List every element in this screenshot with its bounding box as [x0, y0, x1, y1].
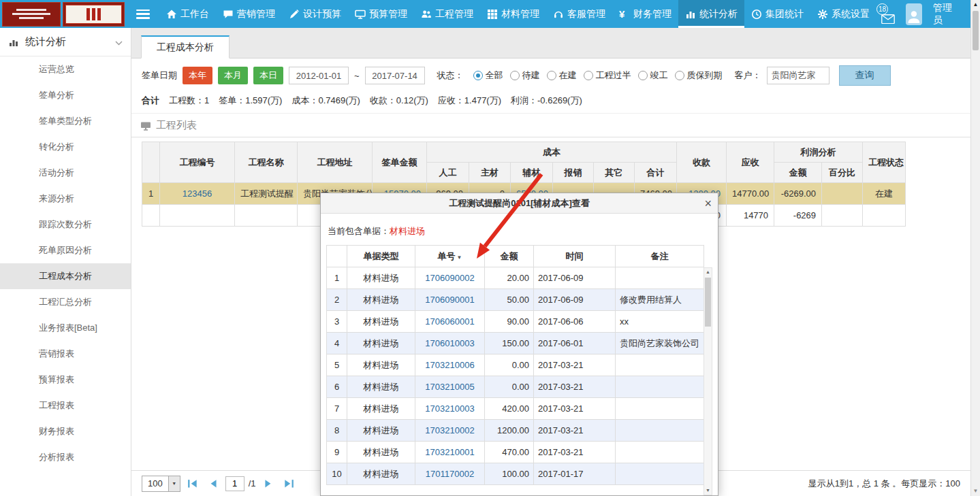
doc-number-link[interactable]: 1706090001	[425, 295, 474, 305]
col-project-code[interactable]: 工程编号	[160, 142, 235, 183]
doc-number-link[interactable]: 1706060001	[425, 316, 474, 327]
status-option-completed[interactable]: 竣工	[638, 69, 668, 82]
close-icon[interactable]: ×	[704, 193, 712, 214]
first-page-button[interactable]	[187, 479, 198, 489]
scrollbar-thumb[interactable]	[973, 11, 979, 50]
prev-page-button[interactable]	[208, 479, 219, 489]
modal-scrollbar[interactable]: ▲ ▼	[704, 267, 712, 495]
status-option-warranty-due[interactable]: 质保到期	[675, 69, 723, 82]
sidebar-item-signing-analysis[interactable]: 签单分析	[0, 82, 131, 108]
col-sign-amount[interactable]: 签单金额	[373, 142, 427, 183]
next-page-button[interactable]	[263, 479, 274, 489]
project-code-link[interactable]: 123456	[183, 188, 212, 199]
user-avatar[interactable]	[906, 3, 922, 25]
this-year-button[interactable]: 本年	[183, 67, 212, 84]
doc-number-link[interactable]: 1706010003	[425, 338, 474, 348]
doc-number-link[interactable]: 1703210006	[425, 360, 474, 370]
doc-row[interactable]: 9 材料进场 1703210001 470.00 2017-03-21	[327, 442, 704, 463]
doc-number-link[interactable]: 1703210001	[425, 447, 474, 457]
user-name[interactable]: 管理员	[933, 2, 954, 27]
sidebar-item-project-summary-analysis[interactable]: 工程汇总分析	[0, 289, 131, 315]
scroll-up-icon[interactable]: ▲	[704, 268, 712, 276]
notifications-button[interactable]: 18	[876, 3, 895, 25]
radio-icon[interactable]	[584, 71, 593, 80]
status-option-in-progress[interactable]: 在建	[547, 69, 577, 82]
nav-item-group-statistics[interactable]: 集团统计	[744, 0, 810, 28]
doc-row[interactable]: 1 材料进场 1706090002 20.00 2017-06-09	[327, 267, 704, 289]
nav-item-material-mgmt[interactable]: 材料管理	[480, 0, 546, 28]
sidebar-item-project-report[interactable]: 工程报表	[0, 393, 131, 418]
doc-number-link[interactable]: 1706090002	[425, 273, 474, 283]
doc-number-link[interactable]: 1703210005	[425, 382, 474, 392]
col-doc-note[interactable]: 备注	[616, 246, 704, 267]
col-receivable[interactable]: 应收	[727, 142, 774, 183]
sidebar-item-dead-lead-analysis[interactable]: 死单原因分析	[0, 237, 131, 263]
date-to-input[interactable]	[365, 67, 425, 84]
nav-item-marketing[interactable]: 营销管理	[216, 0, 282, 28]
doc-row[interactable]: 10 材料进场 1701170002 100.00 2017-01-17	[327, 463, 704, 485]
col-project-address[interactable]: 工程地址	[298, 142, 373, 183]
status-option-all[interactable]: 全部	[473, 69, 503, 82]
doc-row[interactable]: 8 材料进场 1703210002 1200.00 2017-03-21	[327, 420, 704, 442]
status-option-half-done[interactable]: 工程过半	[584, 69, 631, 82]
sidebar-item-operations-overview[interactable]: 运营总览	[0, 56, 131, 82]
doc-number-link[interactable]: 1701170002	[426, 469, 474, 479]
col-expense[interactable]: 报销	[553, 163, 594, 183]
date-from-input[interactable]	[289, 67, 349, 84]
scroll-down-icon[interactable]: ▼	[971, 486, 980, 496]
col-profit-amount[interactable]: 金额	[774, 163, 822, 183]
hamburger-menu-icon[interactable]	[136, 10, 150, 19]
radio-icon[interactable]	[675, 71, 684, 80]
col-doc-amount[interactable]: 金额	[485, 246, 534, 267]
status-option-pending[interactable]: 待建	[510, 69, 540, 82]
nav-item-budget-mgmt[interactable]: 预算管理	[348, 0, 414, 28]
sidebar-item-source-analysis[interactable]: 来源分析	[0, 186, 131, 212]
radio-icon[interactable]	[547, 71, 556, 80]
doc-row[interactable]: 6 材料进场 1703210005 0.00 2017-03-21	[327, 376, 704, 398]
col-project-status[interactable]: 工程状态	[863, 142, 906, 183]
query-button[interactable]: 查询	[839, 65, 891, 86]
radio-icon[interactable]	[638, 71, 648, 80]
doc-row[interactable]: 2 材料进场 1706090001 50.00 2017-06-09 修改费用结…	[327, 289, 704, 311]
sidebar-item-finance-report[interactable]: 财务报表	[0, 418, 131, 444]
doc-row[interactable]: 3 材料进场 1706060001 90.00 2017-06-06 xx	[327, 311, 704, 333]
doc-row[interactable]: 5 材料进场 1703210006 0.00 2017-03-21	[327, 354, 704, 376]
radio-selected-icon[interactable]	[473, 71, 483, 80]
col-doc-time[interactable]: 时间	[534, 246, 616, 267]
col-main-material[interactable]: 主材	[469, 163, 511, 183]
this-day-button[interactable]: 本日	[253, 67, 283, 84]
doc-number-link[interactable]: 1703210003	[425, 403, 474, 414]
col-project-name[interactable]: 工程名称	[235, 142, 298, 183]
nav-item-finance-mgmt[interactable]: ¥ 财务管理	[612, 0, 678, 28]
scroll-down-icon[interactable]: ▼	[704, 486, 712, 495]
nav-item-customer-service[interactable]: 客服管理	[546, 0, 612, 28]
doc-row[interactable]: 4 材料进场 1706010003 150.00 2017-06-01 贵阳尚艺…	[327, 333, 704, 354]
modal-title-bar[interactable]: 工程测试提醒尚0101[辅材成本]查看 ×	[321, 193, 718, 214]
page-scrollbar[interactable]: ▲ ▼	[970, 0, 980, 496]
col-aux-material[interactable]: 辅材	[511, 163, 553, 183]
nav-item-design-budget[interactable]: 设计预算	[282, 0, 348, 28]
doc-row[interactable]: 7 材料进场 1703210003 420.00 2017-03-21	[327, 398, 704, 420]
sidebar-item-marketing-report[interactable]: 营销报表	[0, 341, 131, 367]
col-cost-total[interactable]: 合计	[635, 163, 677, 183]
sidebar-header-statistics[interactable]: 统计分析	[0, 28, 131, 56]
col-labor[interactable]: 人工	[427, 163, 469, 183]
sidebar-item-project-cost-analysis[interactable]: 工程成本分析	[0, 263, 131, 289]
doc-number-link[interactable]: 1703210002	[425, 425, 474, 435]
radio-icon[interactable]	[510, 71, 520, 80]
sidebar-item-signing-type-analysis[interactable]: 签单类型分析	[0, 108, 131, 134]
customer-input[interactable]	[767, 67, 829, 84]
scroll-up-icon[interactable]: ▲	[971, 0, 980, 10]
nav-item-system-settings[interactable]: 系统设置	[810, 0, 876, 28]
col-profit-percent[interactable]: 百分比	[822, 163, 863, 183]
col-other[interactable]: 其它	[594, 163, 635, 183]
this-month-button[interactable]: 本月	[218, 67, 248, 84]
page-number-input[interactable]	[225, 476, 244, 491]
sidebar-item-analysis-report[interactable]: 分析报表	[0, 444, 131, 470]
page-size-select[interactable]: 100 ▼	[142, 476, 180, 492]
last-page-button[interactable]	[283, 479, 294, 489]
scrollbar-thumb[interactable]	[705, 278, 711, 327]
col-received[interactable]: 收款	[677, 142, 727, 183]
nav-item-project-mgmt[interactable]: 工程管理	[414, 0, 480, 28]
nav-item-statistics[interactable]: 统计分析	[678, 0, 744, 28]
